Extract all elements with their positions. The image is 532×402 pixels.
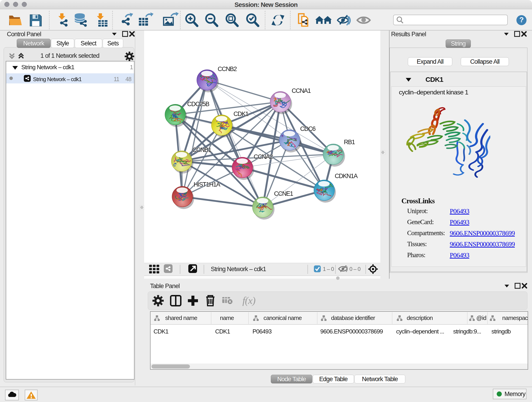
svg-text:String Network – cdk1: String Network – cdk1 xyxy=(211,266,266,273)
svg-text:0 – 0: 0 – 0 xyxy=(349,266,361,272)
svg-text:1 – 0: 1 – 0 xyxy=(323,266,334,272)
svg-text:f(x): f(x) xyxy=(242,295,255,306)
